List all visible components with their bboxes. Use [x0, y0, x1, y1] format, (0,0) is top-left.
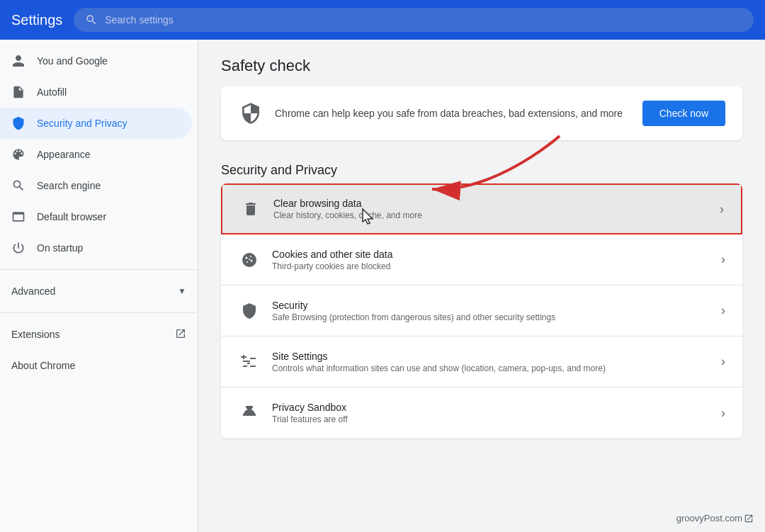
- settings-row-security[interactable]: Security Safe Browsing (protection from …: [221, 285, 742, 336]
- sidebar-item-default-browser[interactable]: Default browser: [0, 201, 192, 232]
- section-title: Security and Privacy: [221, 163, 742, 178]
- search-icon: [85, 13, 98, 26]
- row-content: Cookies and other site data Third-party …: [272, 249, 710, 271]
- search-icon: [11, 179, 26, 193]
- row-subtitle: Safe Browsing (protection from dangerous…: [272, 312, 710, 322]
- sidebar-item-search-engine[interactable]: Search engine: [0, 170, 192, 201]
- safety-check-title: Safety check: [221, 57, 742, 75]
- svg-point-5: [249, 259, 250, 260]
- about-chrome-label: About Chrome: [11, 360, 75, 371]
- main-content: Safety check Chrome can help keep you sa…: [198, 40, 765, 532]
- chevron-down-icon: ▼: [178, 286, 186, 296]
- watermark: groovyPost.com: [676, 513, 754, 523]
- extensions-label: Extensions: [11, 329, 60, 340]
- sidebar-item-security-privacy[interactable]: Security and Privacy: [0, 108, 192, 139]
- settings-row-privacy-sandbox[interactable]: Privacy Sandbox Trial features are off ›: [221, 387, 742, 438]
- chevron-right-icon: ›: [721, 406, 725, 421]
- safety-shield-icon: [238, 101, 264, 126]
- external-link-icon: [744, 514, 754, 523]
- settings-row-site-settings[interactable]: Site Settings Controls what information …: [221, 336, 742, 387]
- sidebar-item-on-startup[interactable]: On startup: [0, 232, 192, 264]
- row-subtitle: Controls what information sites can use …: [272, 363, 710, 373]
- chevron-right-icon: ›: [721, 252, 725, 267]
- check-now-button[interactable]: Check now: [642, 101, 725, 126]
- advanced-label: Advanced: [11, 285, 55, 297]
- svg-point-3: [251, 259, 253, 261]
- header: Settings: [0, 0, 765, 40]
- person-icon: [11, 54, 26, 68]
- row-content: Site Settings Controls what information …: [272, 351, 710, 373]
- sidebar-item-label: Autofill: [37, 86, 67, 98]
- sidebar-divider-1: [0, 269, 198, 270]
- sidebar-item-advanced[interactable]: Advanced ▼: [0, 276, 198, 307]
- safety-check-description: Chrome can help keep you safe from data …: [275, 106, 631, 121]
- settings-row-clear-browsing-data[interactable]: Clear browsing data Clear history, cooki…: [221, 183, 742, 234]
- sidebar-item-label: On startup: [37, 242, 83, 254]
- sidebar-item-label: Default browser: [37, 211, 106, 222]
- row-content: Clear browsing data Clear history, cooki…: [273, 198, 708, 220]
- flask-icon: [238, 402, 261, 424]
- cookie-icon: [238, 249, 261, 271]
- row-title: Security: [272, 300, 710, 311]
- settings-row-cookies[interactable]: Cookies and other site data Third-party …: [221, 234, 742, 285]
- sidebar-item-extensions[interactable]: Extensions: [0, 319, 198, 350]
- trash-icon: [239, 198, 262, 220]
- sidebar-item-about-chrome[interactable]: About Chrome: [0, 350, 198, 381]
- sidebar-item-label: Search engine: [37, 180, 101, 191]
- row-title: Site Settings: [272, 351, 710, 362]
- external-link-icon: [175, 328, 186, 341]
- row-subtitle: Trial features are off: [272, 414, 710, 424]
- sidebar-item-you-and-google[interactable]: You and Google: [0, 45, 192, 77]
- chevron-right-icon: ›: [721, 354, 725, 369]
- sliders-icon: [238, 351, 261, 373]
- app-title: Settings: [11, 12, 62, 28]
- sidebar-item-label: Appearance: [37, 149, 91, 160]
- chevron-right-icon: ›: [721, 303, 725, 318]
- row-subtitle: Third-party cookies are blocked: [272, 261, 710, 271]
- palette-icon: [11, 147, 26, 162]
- browser-icon: [11, 210, 26, 224]
- autofill-icon: [11, 85, 26, 99]
- power-icon: [11, 241, 26, 255]
- row-title: Privacy Sandbox: [272, 402, 710, 413]
- settings-list: Clear browsing data Clear history, cooki…: [221, 183, 742, 438]
- body: You and Google Autofill Security and Pri…: [0, 40, 765, 532]
- row-content: Privacy Sandbox Trial features are off: [272, 402, 710, 424]
- sidebar-item-autofill[interactable]: Autofill: [0, 77, 192, 108]
- shield2-icon: [238, 300, 261, 322]
- chevron-right-icon: ›: [720, 202, 724, 217]
- svg-point-4: [246, 261, 248, 263]
- row-subtitle: Clear history, cookies, cache, and more: [273, 210, 708, 220]
- row-content: Security Safe Browsing (protection from …: [272, 300, 710, 322]
- row-title: Clear browsing data: [273, 198, 708, 209]
- sidebar: You and Google Autofill Security and Pri…: [0, 40, 198, 532]
- svg-point-2: [250, 256, 251, 257]
- svg-point-1: [246, 256, 248, 259]
- sidebar-divider-2: [0, 312, 198, 313]
- sidebar-item-appearance[interactable]: Appearance: [0, 139, 192, 170]
- sidebar-item-label: Security and Privacy: [37, 118, 128, 129]
- search-input[interactable]: [105, 14, 742, 26]
- safety-check-card: Chrome can help keep you safe from data …: [221, 86, 742, 140]
- shield-icon: [11, 116, 26, 130]
- search-bar[interactable]: [74, 8, 754, 32]
- sidebar-item-label: You and Google: [37, 55, 108, 67]
- row-title: Cookies and other site data: [272, 249, 710, 260]
